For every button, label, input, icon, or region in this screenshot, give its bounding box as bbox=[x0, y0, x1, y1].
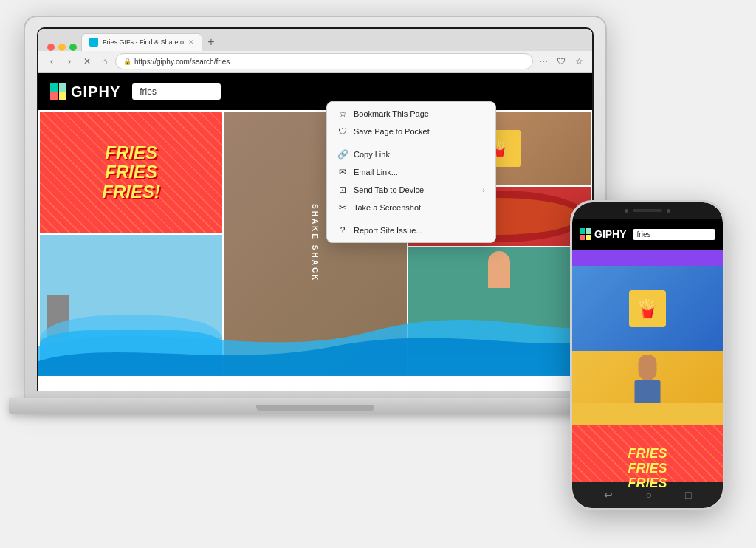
gif-dancing-person[interactable] bbox=[408, 247, 591, 374]
laptop-screen-bezel: Fries GIFs - Find & Share on Gi... ✕ + ‹… bbox=[37, 27, 594, 391]
phone-recent-icon[interactable]: □ bbox=[685, 489, 691, 501]
pocket-icon: 🛡 bbox=[337, 126, 348, 137]
menu-item-reportissue-label: Report Site Issue... bbox=[354, 226, 423, 235]
device-icon: ⊡ bbox=[337, 185, 348, 195]
phone: GIPHY fries 🍟 bbox=[570, 200, 725, 510]
menu-item-pocket-label: Save Page to Pocket bbox=[354, 127, 430, 136]
giphy-header: GIPHY fries bbox=[38, 73, 592, 110]
menu-item-bookmark[interactable]: ☆ Bookmark This Page bbox=[327, 105, 495, 123]
laptop: Fries GIFs - Find & Share on Gi... ✕ + ‹… bbox=[24, 16, 607, 503]
menu-item-copylink-label: Copy Link bbox=[354, 150, 390, 159]
gif-column-1: FRIESFRIESFRIES! bbox=[40, 112, 222, 374]
phone-giphy-header: GIPHY fries bbox=[572, 219, 723, 250]
menu-item-sendtab-label: Send Tab to Device bbox=[354, 185, 424, 194]
giphy-search-text: fries bbox=[140, 86, 157, 97]
home-button[interactable]: ⌂ bbox=[97, 54, 112, 69]
phone-logo-icon bbox=[580, 228, 591, 240]
link-icon: 🔗 bbox=[337, 149, 348, 160]
menu-item-screenshot[interactable]: ✂ Take a Screenshot bbox=[327, 199, 495, 216]
security-icon: 🔒 bbox=[123, 58, 131, 65]
phone-gif-fries-blue[interactable]: 🍟 bbox=[572, 266, 723, 351]
scene: Fries GIFs - Find & Share on Gi... ✕ + ‹… bbox=[24, 16, 732, 532]
phone-purple-bar bbox=[572, 250, 723, 266]
phone-speaker bbox=[633, 209, 662, 212]
phone-logo-text: GIPHY bbox=[594, 228, 627, 240]
new-tab-button[interactable]: + bbox=[202, 33, 220, 51]
email-icon: ✉ bbox=[337, 167, 348, 177]
bookmark-icon: ☆ bbox=[337, 109, 348, 119]
phone-sensor bbox=[667, 209, 670, 213]
minimize-dot[interactable] bbox=[58, 44, 66, 51]
address-text: https://giphy.com/search/fries bbox=[134, 58, 230, 66]
gif-grid: FRIESFRIESFRIES! bbox=[38, 110, 592, 376]
screenshot-icon: ✂ bbox=[337, 202, 348, 213]
address-bar-row: ‹ › ✕ ⌂ 🔒 https://giphy.com/search/fries… bbox=[38, 51, 592, 73]
context-menu: ☆ Bookmark This Page 🛡 Save Page to Pock… bbox=[326, 101, 496, 243]
bookmark-button[interactable]: ☆ bbox=[571, 54, 586, 69]
menu-item-reportissue[interactable]: ? Report Site Issue... bbox=[327, 222, 495, 239]
gif-fries-animated[interactable]: FRIESFRIESFRIES! bbox=[40, 112, 222, 233]
phone-search-bar[interactable]: fries bbox=[633, 229, 715, 240]
giphy-search-bar[interactable]: fries bbox=[132, 83, 221, 100]
phone-notch bbox=[572, 202, 723, 219]
browser-chrome: Fries GIFs - Find & Share on Gi... ✕ + ‹… bbox=[38, 29, 592, 73]
menu-item-emaillink[interactable]: ✉ Email Link... bbox=[327, 163, 495, 181]
toolbar-right: ⋯ 🛡 ☆ bbox=[536, 54, 586, 69]
maximize-dot[interactable] bbox=[69, 44, 77, 51]
menu-item-sendtab[interactable]: ⊡ Send Tab to Device › bbox=[327, 181, 495, 199]
close-dot[interactable] bbox=[47, 44, 55, 51]
menu-divider-1 bbox=[327, 143, 495, 143]
laptop-body: Fries GIFs - Find & Share on Gi... ✕ + ‹… bbox=[24, 16, 607, 400]
tab-bar: Fries GIFs - Find & Share on Gi... ✕ + bbox=[38, 29, 592, 51]
laptop-base bbox=[9, 398, 622, 414]
phone-screen: GIPHY fries 🍟 bbox=[572, 202, 723, 508]
menu-button[interactable]: ⋯ bbox=[536, 54, 551, 69]
phone-back-icon[interactable]: ↩ bbox=[604, 489, 613, 501]
menu-item-pocket[interactable]: 🛡 Save Page to Pocket bbox=[327, 123, 495, 140]
phone-search-text: fries bbox=[637, 230, 651, 239]
menu-item-copylink[interactable]: 🔗 Copy Link bbox=[327, 145, 495, 163]
browser-tab[interactable]: Fries GIFs - Find & Share on Gi... ✕ bbox=[81, 33, 202, 51]
giphy-page: GIPHY fries FR bbox=[38, 73, 592, 376]
menu-item-emaillink-label: Email Link... bbox=[354, 168, 398, 177]
phone-gif-person[interactable] bbox=[572, 351, 723, 425]
submenu-arrow-icon: › bbox=[482, 185, 485, 194]
report-icon: ? bbox=[337, 225, 348, 236]
address-bar[interactable]: 🔒 https://giphy.com/search/fries bbox=[115, 53, 533, 69]
tab-title: Fries GIFs - Find & Share on Gi... bbox=[103, 38, 184, 46]
giphy-logo: GIPHY bbox=[50, 83, 120, 100]
giphy-logo-text: GIPHY bbox=[71, 83, 120, 100]
pocket-button[interactable]: 🛡 bbox=[554, 54, 568, 69]
menu-divider-2 bbox=[327, 219, 495, 219]
menu-item-bookmark-label: Bookmark This Page bbox=[354, 109, 429, 118]
phone-giphy-logo: GIPHY bbox=[580, 228, 627, 240]
phone-camera bbox=[625, 209, 628, 213]
laptop-screen: Fries GIFs - Find & Share on Gi... ✕ + ‹… bbox=[38, 29, 592, 391]
stop-button[interactable]: ✕ bbox=[80, 54, 94, 69]
giphy-logo-icon bbox=[50, 83, 66, 100]
forward-button[interactable]: › bbox=[62, 54, 77, 69]
tab-favicon bbox=[89, 38, 98, 47]
gif-cartoon[interactable] bbox=[40, 235, 222, 374]
back-button[interactable]: ‹ bbox=[44, 54, 59, 69]
tab-close-btn[interactable]: ✕ bbox=[188, 38, 194, 46]
menu-item-screenshot-label: Take a Screenshot bbox=[354, 203, 421, 212]
